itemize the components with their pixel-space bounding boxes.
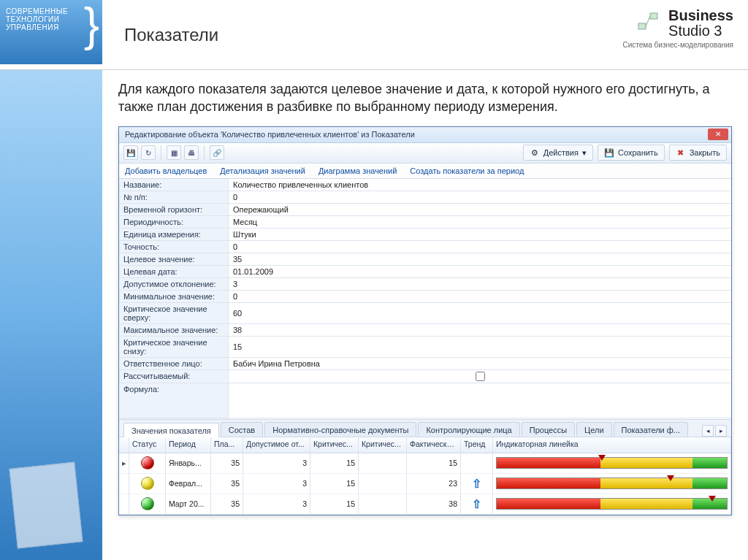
- save-icon-button[interactable]: 💾: [123, 145, 138, 160]
- property-value[interactable]: 0: [229, 241, 731, 253]
- close-icon[interactable]: ✕: [708, 129, 728, 140]
- gauge-marker-icon: [709, 496, 716, 502]
- property-value[interactable]: 15: [229, 337, 731, 357]
- cell-crit-low: 15: [310, 453, 359, 473]
- link-chart-values[interactable]: Диаграмма значений: [318, 166, 397, 175]
- property-row: Точность:0: [119, 241, 731, 253]
- property-value[interactable]: Количество привлеченных клиентов: [229, 179, 731, 191]
- col-deviation[interactable]: Допустимое от...: [243, 437, 310, 453]
- tab-scroll-left-icon[interactable]: ◂: [702, 425, 714, 437]
- cell-period: Март 20...: [166, 494, 211, 514]
- tab-3[interactable]: Контролирующие лица: [418, 422, 519, 437]
- link-icon-button[interactable]: 🔗: [210, 145, 224, 160]
- table-header-row: Статус Период Пла... Допустимое от... Кр…: [119, 437, 731, 453]
- property-label: Целевая дата:: [119, 266, 229, 277]
- property-value[interactable]: [229, 370, 731, 383]
- link-detail-values[interactable]: Детализация значений: [220, 166, 305, 175]
- close-button[interactable]: ✖ Закрыть: [669, 145, 727, 161]
- cell-period: Январь...: [166, 453, 211, 473]
- property-value[interactable]: Месяц: [229, 216, 731, 228]
- property-row: № п/п:0: [119, 191, 731, 204]
- tab-1[interactable]: Состав: [221, 422, 263, 437]
- intro-text: Для каждого показателя задаются целевое …: [118, 80, 732, 116]
- table-row[interactable]: Феврал...3531523⇧: [119, 474, 731, 494]
- tab-5[interactable]: Цели: [576, 422, 611, 437]
- property-label: Допустимое отклонение:: [119, 278, 229, 290]
- property-value[interactable]: 01.01.2009: [229, 266, 731, 277]
- link-create-period[interactable]: Создать показатели за период: [410, 166, 524, 175]
- tab-2[interactable]: Нормативно-справочные документы: [264, 422, 416, 437]
- cell-fact: 23: [407, 474, 461, 494]
- property-row: Целевая дата:01.01.2009: [119, 266, 731, 278]
- tab-scroll-right-icon[interactable]: ▸: [715, 425, 727, 437]
- actions-dropdown[interactable]: ⚙ Действия ▾: [523, 145, 593, 161]
- window-titlebar[interactable]: Редактирование объекта 'Количество привл…: [119, 127, 731, 143]
- decorative-sidebar: [0, 70, 102, 560]
- table-row[interactable]: ▸Январь...3531515: [119, 453, 731, 474]
- cell-plan: 35: [211, 494, 243, 514]
- tab-4[interactable]: Процессы: [522, 422, 575, 437]
- property-row: Ответственное лицо:Бабич Ирина Петровна: [119, 358, 731, 370]
- brand-left-line3: УПРАВЛЕНИЯ: [6, 23, 96, 31]
- row-selector: ▸: [119, 453, 129, 473]
- cell-crit-high: [359, 494, 407, 514]
- col-crit-high[interactable]: Критичес...: [359, 437, 407, 453]
- tab-6[interactable]: Показатели ф...: [614, 422, 689, 437]
- property-value[interactable]: 0: [229, 291, 731, 302]
- col-fact[interactable]: Фактическо...: [407, 437, 461, 453]
- col-trend[interactable]: Тренд: [461, 437, 493, 453]
- print-icon-button[interactable]: 🖶: [184, 145, 199, 160]
- property-label: Формула:: [119, 383, 229, 418]
- link-add-owners[interactable]: Добавить владельцев: [125, 166, 207, 175]
- property-value[interactable]: Опережающий: [229, 204, 731, 215]
- property-value[interactable]: 35: [229, 253, 731, 265]
- disk-icon: 💾: [604, 147, 614, 158]
- refresh-icon-button[interactable]: ↻: [141, 145, 156, 160]
- property-value[interactable]: 3: [229, 278, 731, 290]
- table-row[interactable]: Март 20...3531538⇧: [119, 494, 731, 515]
- property-value[interactable]: 38: [229, 324, 731, 336]
- property-label: Критическое значение снизу:: [119, 337, 229, 357]
- gauge-marker-icon: [667, 475, 674, 481]
- paper-icon: [9, 462, 83, 549]
- action-links-bar: Добавить владельцев Детализация значений…: [119, 164, 731, 179]
- property-value[interactable]: 0: [229, 191, 731, 203]
- cell-crit-high: [359, 474, 407, 494]
- brand-right: Business Studio 3 Система бизнес-моделир…: [587, 0, 748, 49]
- cell-crit-low: 15: [310, 494, 359, 514]
- property-row: Допустимое отклонение:3: [119, 278, 731, 291]
- col-status[interactable]: Статус: [129, 437, 166, 453]
- actions-label: Действия: [543, 148, 579, 157]
- col-plan[interactable]: Пла...: [211, 437, 243, 453]
- brace-icon: }: [84, 4, 99, 47]
- property-row: Название:Количество привлеченных клиенто…: [119, 179, 731, 191]
- property-value[interactable]: [229, 383, 731, 418]
- property-row: Формула:: [119, 383, 731, 418]
- trend-up-icon: ⇧: [472, 477, 481, 491]
- grid-icon-button[interactable]: ▦: [167, 145, 181, 160]
- cell-status: [129, 474, 166, 494]
- gear-icon: ⚙: [530, 147, 540, 158]
- property-value[interactable]: Бабич Ирина Петровна: [229, 358, 731, 369]
- property-label: Временной горизонт:: [119, 204, 229, 215]
- property-label: Критическое значение сверху:: [119, 303, 229, 323]
- property-value[interactable]: Штуки: [229, 229, 731, 240]
- cell-deviation: 3: [243, 474, 310, 494]
- brand-name-1: Business: [668, 7, 733, 23]
- col-crit-low[interactable]: Критичес...: [310, 437, 359, 453]
- col-period[interactable]: Период: [166, 437, 211, 453]
- property-row: Единица измерения:Штуки: [119, 229, 731, 241]
- chevron-down-icon: ▾: [582, 148, 587, 158]
- cell-trend: [461, 453, 493, 473]
- property-value[interactable]: 60: [229, 303, 731, 323]
- svg-rect-0: [638, 23, 646, 29]
- save-button[interactable]: 💾 Сохранить: [598, 145, 665, 161]
- cell-status: [129, 453, 166, 473]
- cell-trend: ⇧: [461, 474, 493, 494]
- cell-gauge: [493, 453, 731, 473]
- property-checkbox[interactable]: [476, 372, 485, 381]
- tab-0[interactable]: Значения показателя: [123, 423, 219, 437]
- property-label: Название:: [119, 179, 229, 191]
- cell-plan: 35: [211, 474, 243, 494]
- col-gauge[interactable]: Индикаторная линейка: [493, 437, 731, 453]
